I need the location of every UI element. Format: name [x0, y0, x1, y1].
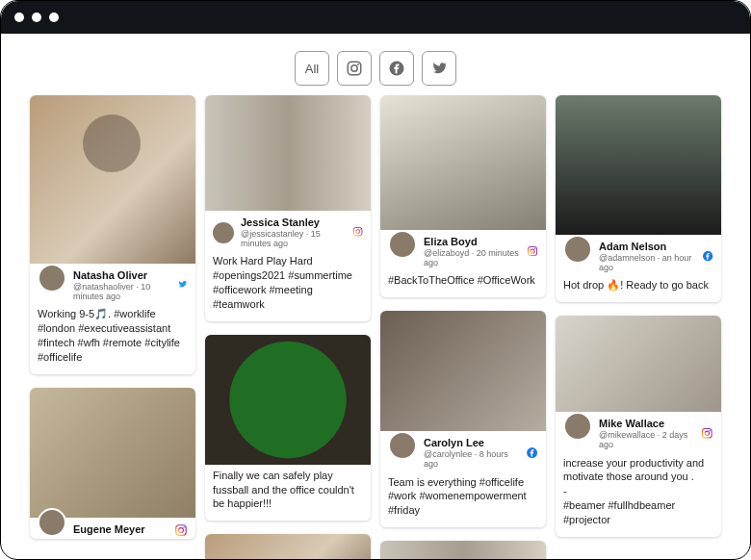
post-header: Carolyn Lee @carolynlee · 8 hours ago	[380, 431, 546, 471]
post-image	[30, 95, 195, 264]
svg-rect-0	[348, 62, 361, 75]
post-meta: @jessicastanley · 15 minutes ago	[241, 229, 346, 249]
post-text: Finally we can safely play fussball and …	[205, 465, 371, 522]
avatar	[38, 508, 66, 537]
post-text: Hot drop 🔥! Ready to go back	[556, 274, 721, 302]
post-header: Adam Nelson @adamnelson · an hour ago	[556, 235, 721, 274]
svg-point-12	[534, 247, 535, 248]
svg-point-8	[355, 229, 359, 233]
post-card[interactable]	[380, 541, 546, 560]
post-image	[30, 388, 195, 518]
post-header: Mike Wallace @mikewallace · 2 days ago	[556, 412, 721, 451]
post-image	[380, 95, 546, 230]
post-author: Eugene Meyer	[73, 523, 145, 536]
avatar	[563, 235, 592, 264]
post-author: Eliza Boyd	[424, 236, 520, 248]
post-image	[556, 95, 721, 235]
filter-instagram-button[interactable]	[337, 51, 372, 86]
twitter-icon	[177, 279, 188, 293]
post-image	[380, 311, 546, 431]
window-dot	[32, 13, 41, 22]
filter-twitter-button[interactable]	[422, 51, 456, 86]
post-card[interactable]: Jessica Stanley @jessicastanley · 15 min…	[205, 95, 371, 321]
feed-grid: Natasha Oliver @natashaoliver · 10 minut…	[1, 95, 750, 560]
post-card[interactable]	[205, 534, 371, 560]
svg-rect-10	[528, 246, 536, 255]
post-card[interactable]: Natasha Oliver @natashaoliver · 10 minut…	[30, 95, 195, 374]
filter-all-label: All	[305, 62, 319, 76]
post-meta: @natashaoliver · 10 minutes ago	[73, 282, 170, 302]
post-author: Natasha Oliver	[73, 269, 170, 282]
facebook-icon	[526, 446, 538, 460]
post-author: Mike Wallace	[599, 418, 694, 430]
post-meta: @carolynlee · 8 hours ago	[424, 449, 519, 470]
svg-point-1	[351, 65, 357, 71]
post-image	[556, 316, 721, 412]
avatar	[388, 230, 417, 259]
filter-facebook-button[interactable]	[379, 51, 414, 86]
svg-point-17	[710, 430, 711, 431]
title-bar	[1, 1, 750, 34]
svg-point-11	[531, 249, 534, 253]
instagram-icon	[174, 523, 188, 537]
svg-point-5	[179, 527, 184, 532]
post-text: Work Hard Play Hard #openings2021 #summe…	[205, 250, 371, 320]
window-dot	[14, 13, 24, 22]
post-author: Carolyn Lee	[424, 437, 519, 449]
facebook-icon	[388, 60, 405, 77]
post-meta: @mikewallace · 2 days ago	[599, 430, 694, 450]
post-image	[205, 335, 371, 465]
post-text: #BackToTheOffice #OfficeWork	[380, 269, 546, 297]
post-header: Eugene Meyer	[30, 518, 195, 539]
post-card[interactable]: Carolyn Lee @carolynlee · 8 hours ago Te…	[380, 311, 546, 527]
post-author: Adam Nelson	[599, 241, 695, 253]
twitter-icon	[430, 60, 448, 77]
post-card[interactable]: Adam Nelson @adamnelson · an hour ago Ho…	[556, 95, 721, 302]
svg-rect-4	[176, 524, 187, 535]
svg-rect-7	[353, 227, 361, 235]
instagram-icon	[701, 427, 713, 441]
avatar	[38, 264, 66, 293]
post-card[interactable]: Finally we can safely play fussball and …	[205, 335, 371, 522]
post-image	[205, 95, 371, 211]
post-meta: @elizaboyd · 20 minutes ago	[424, 248, 520, 268]
filter-all-button[interactable]: All	[295, 51, 329, 86]
post-header: Natasha Oliver @natashaoliver · 10 minut…	[30, 264, 195, 303]
avatar	[563, 412, 592, 441]
instagram-icon	[352, 226, 363, 240]
viewport: All Natasha Oliver	[1, 34, 750, 560]
avatar	[213, 222, 234, 243]
svg-point-2	[357, 64, 359, 65]
svg-point-9	[359, 228, 360, 229]
instagram-icon	[527, 245, 538, 259]
instagram-icon	[346, 60, 363, 77]
post-image	[205, 534, 371, 560]
post-text: increase your productivity and motivate …	[556, 452, 721, 537]
svg-rect-15	[703, 428, 712, 438]
post-card[interactable]: Mike Wallace @mikewallace · 2 days ago i…	[556, 316, 721, 537]
post-meta: @adamnelson · an hour ago	[599, 253, 695, 273]
browser-frame: All Natasha Oliver	[0, 0, 751, 560]
post-text: Team is everything #officelife #work #wo…	[380, 471, 546, 528]
post-header: Eliza Boyd @elizaboyd · 20 minutes ago	[380, 230, 546, 269]
filter-bar: All	[1, 34, 750, 95]
post-author: Jessica Stanley	[241, 216, 346, 229]
post-card[interactable]: Eliza Boyd @elizaboyd · 20 minutes ago #…	[380, 95, 546, 297]
svg-point-6	[183, 526, 185, 528]
window-dot	[49, 13, 59, 22]
avatar	[388, 431, 417, 460]
svg-point-16	[705, 431, 709, 435]
facebook-icon	[702, 250, 713, 264]
post-image	[380, 541, 546, 560]
post-card[interactable]: Eugene Meyer	[30, 388, 195, 539]
post-header: Jessica Stanley @jessicastanley · 15 min…	[205, 211, 371, 250]
post-text: Working 9-5🎵. #worklife #london #executi…	[30, 303, 195, 373]
